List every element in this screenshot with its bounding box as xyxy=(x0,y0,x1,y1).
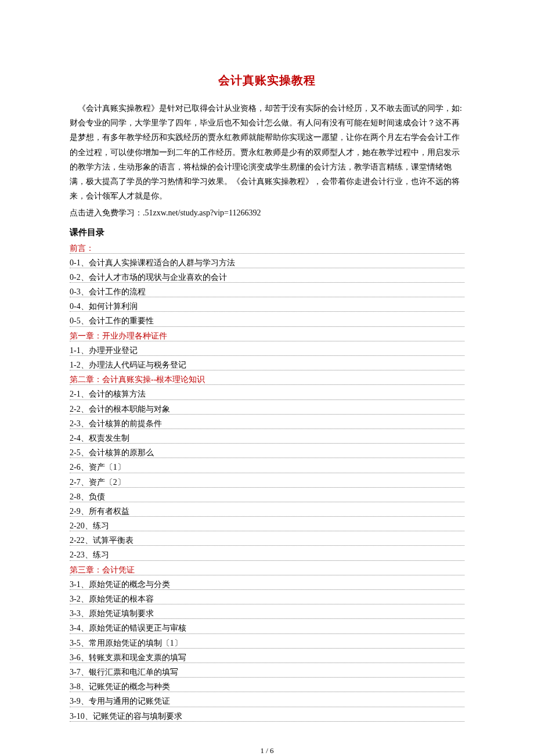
toc-item-text: 2-20、练习 xyxy=(70,521,111,530)
toc-item: 2-22、试算平衡表 xyxy=(70,533,464,548)
toc-item: 0-2、会计人才市场的现状与企业喜欢的会计 xyxy=(70,270,464,285)
section-heading: 前言： xyxy=(70,241,464,255)
toc-item-text: 3-8、记账凭证的概念与种类 xyxy=(70,682,172,691)
toc-item-text: 2-8、负债 xyxy=(70,492,107,501)
toc-item: 3-5、常用原始凭证的填制〔1〕 xyxy=(70,636,464,650)
toc-item: 2-6、资产〔1〕 xyxy=(70,460,464,474)
toc-item: 2-20、练习 xyxy=(70,519,464,533)
toc-item: 3-8、记账凭证的概念与种类 xyxy=(70,679,464,694)
toc-item-text: 2-5、会计核算的原那么 xyxy=(70,448,156,457)
toc-item-text: 2-22、试算平衡表 xyxy=(70,536,136,545)
toc-item: 1-2、办理法人代码证与税务登记 xyxy=(70,358,464,372)
toc-item-text: 3-7、银行汇票和电汇单的填写 xyxy=(70,668,181,676)
toc-item-text: 0-4、如何计算利润 xyxy=(70,302,140,311)
toc-item-text: 3-4、原始凭证的错误更正与审核 xyxy=(70,624,189,632)
section-heading: 第一章：开业办理各种证件 xyxy=(70,329,464,343)
document-title: 会计真账实操教程 xyxy=(70,70,464,91)
toc-item-text: 3-5、常用原始凭证的填制〔1〕 xyxy=(70,639,185,647)
toc-item: 2-7、资产〔2〕 xyxy=(70,475,464,489)
toc-item: 0-4、如何计算利润 xyxy=(70,299,464,314)
toc-item: 0-1、会计真人实操课程适合的人群与学习方法 xyxy=(70,255,464,270)
toc-item-text: 0-2、会计人才市场的现状与企业喜欢的会计 xyxy=(70,273,229,282)
toc-item-text: 2-9、所有者权益 xyxy=(70,507,132,516)
toc-item: 1-1、办理开业登记 xyxy=(70,343,464,358)
study-link-line: 点击进入免费学习：.51zxw.net/study.asp?vip=112663… xyxy=(70,206,464,220)
toc-item-text: 2-23、练习 xyxy=(70,550,111,559)
section-heading-text: 第一章：开业办理各种证件 xyxy=(70,332,169,340)
toc-item-text: 0-3、会计工作的流程 xyxy=(70,287,148,296)
toc-item: 2-9、所有者权益 xyxy=(70,504,464,519)
toc-item: 2-4、权责发生制 xyxy=(70,431,464,445)
toc-item-text: 2-4、权责发生制 xyxy=(70,434,132,442)
toc-item: 2-8、负债 xyxy=(70,489,464,504)
section-heading-text: 第二章：会计真账实操--根本理论知识 xyxy=(70,375,207,384)
toc-item-text: 0-5、会计工作的重要性 xyxy=(70,316,156,325)
section-heading: 第三章：会计凭证 xyxy=(70,563,464,577)
toc-item-text: 2-3、会计核算的前提条件 xyxy=(70,419,164,428)
toc-item: 2-5、会计核算的原那么 xyxy=(70,445,464,460)
toc-item: 3-9、专用与通用的记账凭证 xyxy=(70,694,464,708)
toc-item-text: 2-6、资产〔1〕 xyxy=(70,463,128,471)
toc-header: 课件目录 xyxy=(70,224,464,240)
toc-item: 3-6、转账支票和现金支票的填写 xyxy=(70,650,464,665)
toc-item: 3-7、银行汇票和电汇单的填写 xyxy=(70,665,464,679)
toc-item: 0-5、会计工作的重要性 xyxy=(70,314,464,328)
toc-item-text: 1-2、办理法人代码证与税务登记 xyxy=(70,361,189,369)
toc-container: 前言：0-1、会计真人实操课程适合的人群与学习方法0-2、会计人才市场的现状与企… xyxy=(70,241,464,723)
intro-paragraph: 《会计真账实操教程》是针对已取得会计从业资格，却苦于没有实际的会计经历，又不敢去… xyxy=(70,101,464,203)
toc-item: 3-3、原始凭证填制要求 xyxy=(70,606,464,621)
toc-item-text: 1-1、办理开业登记 xyxy=(70,346,140,355)
toc-item-text: 2-1、会计的核算方法 xyxy=(70,390,148,398)
toc-item: 3-4、原始凭证的错误更正与审核 xyxy=(70,621,464,635)
toc-item: 2-3、会计核算的前提条件 xyxy=(70,416,464,431)
toc-item: 2-1、会计的核算方法 xyxy=(70,387,464,401)
toc-item: 0-3、会计工作的流程 xyxy=(70,285,464,299)
toc-item: 3-2、原始凭证的根本容 xyxy=(70,592,464,606)
toc-item-text: 3-3、原始凭证填制要求 xyxy=(70,609,156,618)
toc-item: 3-10、记账凭证的容与填制要求 xyxy=(70,709,464,723)
toc-item: 2-2、会计的根本职能与对象 xyxy=(70,402,464,416)
toc-item-text: 3-10、记账凭证的容与填制要求 xyxy=(70,712,185,721)
toc-item-text: 3-2、原始凭证的根本容 xyxy=(70,595,156,603)
toc-item-text: 3-9、专用与通用的记账凭证 xyxy=(70,697,172,705)
toc-item-text: 2-2、会计的根本职能与对象 xyxy=(70,405,172,413)
toc-item-text: 2-7、资产〔2〕 xyxy=(70,478,128,487)
toc-item-text: 3-6、转账支票和现金支票的填写 xyxy=(70,653,189,662)
section-heading: 第二章：会计真账实操--根本理论知识 xyxy=(70,372,464,387)
document-page: 会计真账实操教程 《会计真账实操教程》是针对已取得会计从业资格，却苦于没有实际的… xyxy=(0,0,534,756)
section-heading-text: 第三章：会计凭证 xyxy=(70,566,137,574)
toc-item-text: 3-1、原始凭证的概念与分类 xyxy=(70,580,172,589)
toc-item: 3-1、原始凭证的概念与分类 xyxy=(70,577,464,592)
toc-item-text: 0-1、会计真人实操课程适合的人群与学习方法 xyxy=(70,258,237,267)
section-heading-text: 前言： xyxy=(70,244,96,253)
toc-item: 2-23、练习 xyxy=(70,548,464,562)
page-footer: 1 / 6 xyxy=(70,744,464,756)
